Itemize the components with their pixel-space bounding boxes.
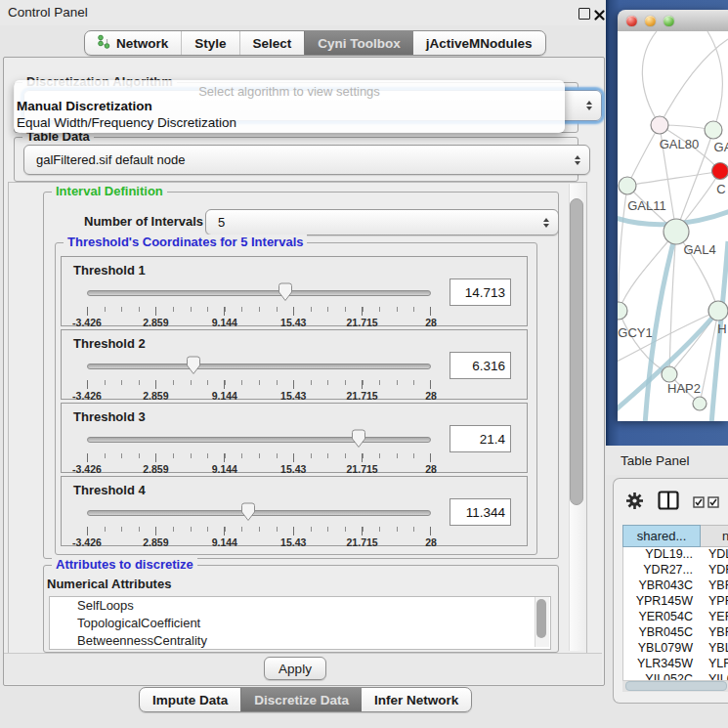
tick-label: 28 [425, 536, 437, 548]
float-window-icon[interactable] [578, 8, 590, 20]
combo-spinner-icon [575, 155, 580, 165]
tab-discretize-data[interactable]: Discretize Data [240, 688, 362, 711]
table-hscrollbar-thumb[interactable] [625, 681, 727, 691]
threshold-slider[interactable]: -3.4262.8599.14415.4321.71528 [87, 354, 431, 397]
threshold-label: Threshold 1 [73, 263, 146, 278]
tick-label: -3.426 [72, 463, 102, 475]
gear-icon[interactable] [625, 492, 644, 514]
tick-label: 2.859 [143, 463, 168, 475]
table-row[interactable]: YER054CYER0 [623, 610, 728, 625]
dropdown-option-selected[interactable]: Manual Discretization [17, 99, 152, 113]
zoom-traffic-light-icon[interactable] [664, 16, 674, 26]
tab-select-label: Select [253, 36, 292, 51]
attribute-item[interactable]: SelfLoops [50, 597, 550, 615]
table-row[interactable]: YLR345WYLR3 [623, 657, 728, 672]
threshold-slider[interactable]: -3.4262.8599.14415.4321.71528 [87, 280, 431, 323]
threshold-label: Threshold 4 [73, 483, 146, 497]
split-panel-icon[interactable] [658, 491, 679, 514]
threshold-list: Threshold 1 -3.4262.8599.14415.4321.7152… [61, 256, 528, 549]
threshold-value-field[interactable]: 6.316 [450, 352, 511, 379]
dropdown-option[interactable]: Equal Width/Frequency Discretization [17, 115, 236, 130]
number-of-intervals-combo[interactable]: 5 [205, 209, 559, 236]
tab-impute-data[interactable]: Impute Data [140, 688, 240, 711]
tick-label: 9.144 [212, 390, 237, 402]
cyni-mode-tabs: Impute Data Discretize Data Infer Networ… [139, 687, 472, 712]
network-window-titlebar[interactable] [618, 10, 728, 32]
tick-label: -3.426 [72, 536, 102, 548]
table-panel-title: Table Panel [621, 453, 690, 468]
tick-label: 2.859 [143, 317, 168, 328]
slider-thumb[interactable] [241, 502, 256, 522]
slider-ticks [87, 453, 431, 462]
fieldset-legend: Threshold's Coordinates for 5 Intervals [64, 235, 307, 249]
table-row[interactable]: YDL19...YDL1 [623, 547, 728, 563]
combo-spinner-icon [543, 218, 549, 228]
tab-network-label: Network [116, 36, 168, 51]
tab-infer-network-label: Infer Network [374, 693, 458, 707]
svg-text:GCY1: GCY1 [618, 325, 652, 340]
slider-scale: -3.4262.8599.14415.4321.71528 [87, 536, 431, 548]
table-data-combo[interactable]: galFiltered.sif default node [23, 145, 590, 175]
table-panel-toolbar [625, 489, 728, 516]
slider-track[interactable] [87, 290, 431, 296]
network-graph: GAL80GACGAL11GAL4GCY1HHAP2 [618, 31, 728, 421]
svg-text:H: H [717, 321, 726, 336]
tick-label: 21.715 [347, 463, 378, 475]
tab-jactivemnodules[interactable]: jActiveMNodules [413, 31, 545, 55]
network-view-window: GAL80GACGAL11GAL4GCY1HHAP2 [618, 10, 728, 421]
attributes-scrollbar-thumb[interactable] [536, 599, 546, 638]
threshold-value-field[interactable]: 21.4 [450, 425, 511, 452]
number-of-intervals-value: 5 [218, 215, 225, 230]
slider-thumb[interactable] [278, 282, 293, 302]
threshold-slider[interactable]: -3.4262.8599.14415.4321.71528 [87, 500, 431, 543]
tab-cyni-toolbox[interactable]: Cyni Toolbox [304, 31, 413, 55]
network-canvas[interactable]: GAL80GACGAL11GAL4GCY1HHAP2 [618, 31, 728, 421]
fieldset-legend: Interval Definition [52, 184, 167, 198]
attribute-item[interactable]: TopologicalCoefficient [50, 615, 550, 632]
table-row[interactable]: YBR045CYBR0 [623, 625, 728, 641]
slider-thumb[interactable] [187, 356, 201, 375]
window-title: Control Panel [8, 5, 88, 20]
attribute-item[interactable]: BetweennessCentrality [50, 632, 550, 650]
tick-label: 15.43 [280, 390, 306, 402]
column-header-shared-name[interactable]: shared... [622, 525, 701, 547]
table-panel-titlebar: Table Panel [606, 446, 728, 475]
column-header-name[interactable]: na [701, 525, 728, 547]
svg-text:C: C [716, 182, 725, 196]
close-traffic-light-icon[interactable] [626, 16, 637, 26]
table-row[interactable]: YBR043CYBR0 [623, 578, 728, 594]
fieldset-legend: Attributes to discretize [52, 557, 197, 572]
tick-label: 9.144 [212, 317, 237, 328]
table-row[interactable]: YDR27...YDR2 [623, 563, 728, 578]
tick-label: 9.144 [212, 463, 237, 475]
minimize-traffic-light-icon[interactable] [645, 16, 656, 26]
combo-spinner-icon [586, 101, 592, 110]
slider-ticks [87, 527, 431, 535]
tab-jactivemnodules-label: jActiveMNodules [426, 36, 533, 51]
tab-infer-network[interactable]: Infer Network [362, 688, 471, 711]
checkbox-icons[interactable] [693, 496, 719, 508]
table-data-combo-value: galFiltered.sif default node [36, 152, 185, 167]
threshold-panel: Threshold 2 -3.4262.8599.14415.4321.7152… [61, 329, 528, 400]
svg-text:HAP2: HAP2 [667, 381, 701, 396]
vertical-scrollbar-thumb[interactable] [570, 198, 583, 505]
threshold-value-field[interactable]: 11.344 [450, 498, 511, 526]
slider-track[interactable] [87, 437, 431, 443]
table-row[interactable]: YPR145WYPR1 [623, 594, 728, 610]
slider-track[interactable] [87, 364, 431, 369]
tick-label: 21.715 [347, 390, 378, 402]
slider-track[interactable] [87, 510, 431, 516]
threshold-value-field[interactable]: 14.713 [450, 278, 511, 306]
tab-network[interactable]: Network [85, 31, 181, 55]
dropdown-placeholder: Select algorithm to view settings [14, 84, 565, 99]
control-panel-titlebar: Control Panel [0, 0, 606, 25]
apply-button[interactable]: Apply [264, 657, 326, 680]
slider-thumb[interactable] [352, 429, 366, 449]
threshold-panel: Threshold 1 -3.4262.8599.14415.4321.7152… [61, 256, 528, 326]
threshold-slider[interactable]: -3.4262.8599.14415.4321.71528 [87, 427, 431, 470]
table-row[interactable]: YBL079WYBL0 [623, 641, 728, 657]
tab-style[interactable]: Style [181, 31, 238, 55]
tab-select[interactable]: Select [239, 31, 305, 55]
close-icon[interactable] [594, 7, 605, 24]
tick-label: 15.43 [280, 317, 306, 328]
